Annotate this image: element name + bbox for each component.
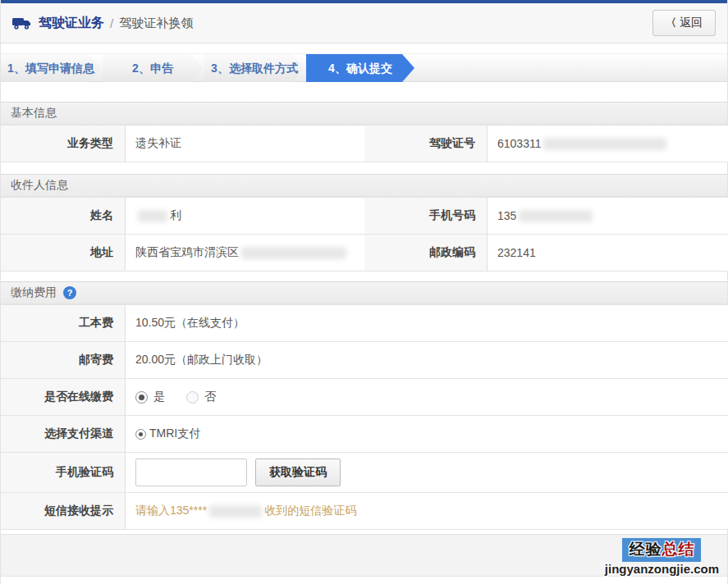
section-recipient-info: 收件人信息 [1,174,727,197]
radio-tmri-pay[interactable] [135,429,146,440]
license-no-label: 驾驶证号 [364,125,488,162]
chevron-left-icon: 〈 [666,16,676,30]
table-row: 业务类型 遗失补证 驾驶证号 6103311 [1,125,727,162]
watermark: 经验总结 jingyanzongjie.com [605,538,719,576]
tab-step-4-active[interactable]: 4、确认提交 [306,54,414,82]
table-row: 短信接收提示 请输入135**** 收到的短信验证码 [1,492,727,529]
license-no-value: 6103311 [488,125,728,162]
section-basic-info: 基本信息 [1,102,727,125]
section-fees-title: 缴纳费用 [11,285,57,300]
breadcrumb-separator: / [110,16,113,30]
pay-channel-label: 选择支付渠道 [1,416,126,452]
name-value: 利 [126,198,359,234]
radio-online-no-label[interactable]: 否 [204,390,216,404]
truck-icon [12,16,32,30]
business-type-value: 遗失补证 [126,125,359,162]
get-captcha-button[interactable]: 获取验证码 [255,459,341,486]
captcha-label: 手机验证码 [1,453,126,492]
watermark-logo: 经验总结 [622,538,701,562]
page-header: 驾驶证业务 / 驾驶证补换领 〈 返回 [1,3,727,43]
page-title: 驾驶证业务 [39,15,104,32]
redacted-license-no [543,138,666,150]
redacted-address [241,247,346,259]
online-pay-label: 是否在线缴费 [1,379,126,415]
cost-fee-label: 工本费 [1,305,126,341]
postage-fee-value: 20.00元（邮政上门收取） [126,342,728,378]
tab-step-3[interactable]: 3、选择取件方式 [204,54,304,82]
breadcrumb-current: 驾驶证补换领 [119,16,193,31]
table-row: 地址 陕西省宝鸡市渭滨区 邮政编码 232141 [1,234,727,271]
sms-hint-label: 短信接收提示 [1,493,126,529]
redacted-phone [519,210,593,222]
online-pay-options: 是 否 [126,379,728,415]
page: 驾驶证业务 / 驾驶证补换领 〈 返回 1、填写申请信息 2、申告 3、选择取件… [0,0,728,584]
table-row: 手机验证码 获取验证码 [1,452,727,492]
back-button[interactable]: 〈 返回 [652,10,716,36]
radio-tmri-pay-label[interactable]: TMRI支付 [149,427,200,441]
watermark-domain: jingyanzongjie.com [605,562,719,576]
redacted-sms-phone [209,505,262,518]
back-button-label: 返回 [680,16,703,30]
postage-fee-label: 邮寄费 [1,342,126,378]
postcode-value: 232141 [488,235,728,271]
business-type-label: 业务类型 [1,125,126,162]
postcode-label: 邮政编码 [364,235,488,271]
section-recipient-title: 收件人信息 [11,178,68,193]
section-fees: 缴纳费用 ? [1,281,727,304]
table-row: 是否在线缴费 是 否 [1,378,727,415]
page-footer: 经验总结 jingyanzongjie.com [1,534,727,577]
table-row: 邮寄费 20.00元（邮政上门收取） [1,341,727,378]
sms-hint-value: 请输入135**** 收到的短信验证码 [126,493,728,529]
phone-label: 手机号码 [364,198,488,234]
fees-table: 工本费 10.50元（在线支付） 邮寄费 20.00元（邮政上门收取） 是否在线… [1,304,727,530]
table-row: 姓名 利 手机号码 135 [1,197,727,234]
address-label: 地址 [1,235,126,271]
cost-fee-value: 10.50元（在线支付） [126,305,728,341]
name-label: 姓名 [1,198,126,234]
redacted-name [138,210,167,222]
section-basic-title: 基本信息 [11,106,57,121]
radio-online-yes[interactable] [135,391,148,404]
phone-value: 135 [488,198,728,234]
captcha-input[interactable] [135,459,247,486]
captcha-controls: 获取验证码 [126,453,728,492]
pay-channel-options: TMRI支付 [126,416,728,452]
radio-online-no[interactable] [186,391,199,404]
tab-step-2[interactable]: 2、申告 [103,54,203,82]
recipient-info-table: 姓名 利 手机号码 135 地址 陕西省宝鸡市渭滨区 邮政编码 232141 [1,197,727,271]
help-icon[interactable]: ? [63,286,76,299]
radio-online-yes-label[interactable]: 是 [153,390,165,404]
address-value: 陕西省宝鸡市渭滨区 [126,235,359,271]
table-row: 工本费 10.50元（在线支付） [1,304,727,341]
step-tabbar: 1、填写申请信息 2、申告 3、选择取件方式 4、确认提交 [1,54,727,82]
table-row: 选择支付渠道 TMRI支付 [1,415,727,452]
tab-step-1[interactable]: 1、填写申请信息 [1,54,101,82]
basic-info-table: 业务类型 遗失补证 驾驶证号 6103311 [1,125,727,162]
